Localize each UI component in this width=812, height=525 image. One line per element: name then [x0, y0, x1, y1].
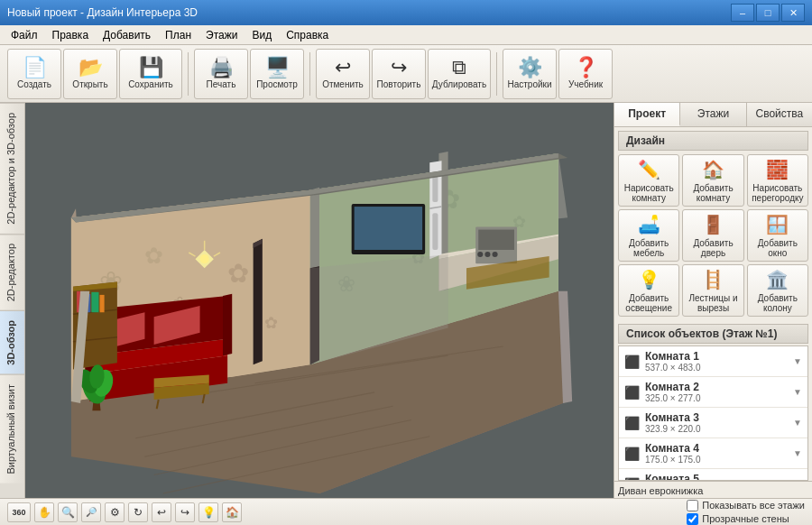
3d-room-view: ❀ ✿ ❀ ✿ ❀ ✿ ❀ ✿ ❀ ✿ ❀ ✿	[25, 103, 614, 498]
room-icon-4: ⬛	[624, 447, 640, 461]
add-door-button[interactable]: 🚪 Добавить дверь	[682, 209, 743, 262]
room-item-3[interactable]: ⬛ Комната 3 323.9 × 220.0 ▼	[619, 408, 807, 438]
tab-project[interactable]: Проект	[614, 103, 680, 126]
show-all-floors-input[interactable]	[687, 500, 698, 511]
add-light-button[interactable]: 💡 Добавить освещение	[618, 264, 679, 317]
room-arrow-2: ▼	[793, 387, 802, 397]
stairs-label: Лестницы и вырезы	[685, 293, 741, 313]
create-button[interactable]: 📄 Создать	[7, 49, 61, 99]
stairs-button[interactable]: 🪜 Лестницы и вырезы	[682, 264, 743, 317]
undo-button[interactable]: ↩ Отменить	[316, 49, 370, 99]
draw-partition-button[interactable]: 🧱 Нарисовать перегородку	[747, 154, 808, 207]
tab-floors[interactable]: Этажи	[680, 103, 746, 126]
show-all-floors-checkbox[interactable]: Показывать все этажи	[687, 500, 805, 511]
room-size-4: 175.0 × 175.0	[645, 455, 788, 465]
tool-undo2[interactable]: ↩	[152, 502, 171, 522]
tab-virtual-walk[interactable]: Виртуальный визит	[0, 374, 24, 484]
objects-section: Список объектов (Этаж №1) ⬛ Комната 1 53…	[614, 324, 812, 498]
duplicate-label: Дублировать	[432, 79, 486, 89]
app-title: Новый проект - Дизайн Интерьера 3D	[7, 6, 198, 19]
room-name-3: Комната 3	[645, 411, 788, 424]
close-button[interactable]: ✕	[781, 4, 805, 22]
maximize-button[interactable]: □	[756, 4, 780, 22]
tab-2d-3d-editor[interactable]: 2D-редактор и 3D-обзор	[0, 103, 24, 234]
duplicate-button[interactable]: ⧉ Дублировать	[428, 49, 491, 99]
add-furniture-button[interactable]: 🛋️ Добавить мебель	[618, 209, 679, 262]
open-button[interactable]: 📂 Открыть	[63, 49, 117, 99]
tool-light[interactable]: 💡	[198, 502, 218, 522]
draw-room-label: Нарисовать комнату	[621, 183, 677, 203]
menu-bar: Файл Правка Добавить План Этажи Вид Спра…	[0, 25, 812, 45]
room-name-2: Комната 2	[645, 381, 788, 393]
undo-icon: ↩	[335, 58, 351, 78]
redo-icon: ↪	[391, 58, 407, 78]
bottom-tools: 360 ✋ 🔍 🔎 ⚙ ↻ ↩ ↪ 💡 🏠	[7, 502, 242, 522]
save-button[interactable]: 💾 Сохранить	[119, 49, 182, 99]
add-window-button[interactable]: 🪟 Добавить окно	[747, 209, 808, 262]
transparent-walls-checkbox[interactable]: Прозрачные стены	[687, 513, 805, 525]
print-button[interactable]: 🖨️ Печать	[194, 49, 248, 99]
svg-text:✿: ✿	[227, 259, 249, 288]
room-item-4[interactable]: ⬛ Комната 4 175.0 × 175.0 ▼	[619, 438, 807, 469]
tab-2d-editor[interactable]: 2D-редактор	[0, 234, 24, 310]
settings-icon: ⚙️	[518, 58, 542, 78]
tab-properties[interactable]: Свойства	[747, 103, 812, 126]
tool-rotate[interactable]: ↻	[128, 502, 148, 522]
menu-view[interactable]: Вид	[245, 27, 279, 43]
tutorial-button[interactable]: ❓ Учебник	[558, 49, 613, 99]
tool-home[interactable]: 🏠	[222, 502, 242, 522]
sep2	[309, 52, 310, 96]
redo-button[interactable]: ↪ Повторить	[372, 49, 426, 99]
svg-rect-72	[432, 176, 438, 202]
add-furniture-icon: 🛋️	[638, 214, 660, 235]
tool-zoom-out[interactable]: 🔎	[81, 502, 101, 522]
right-panel-tabs: Проект Этажи Свойства	[614, 103, 812, 127]
preview-button[interactable]: 🖥️ Просмотр	[250, 49, 304, 99]
room-item-2[interactable]: ⬛ Комната 2 325.0 × 277.0 ▼	[619, 377, 807, 408]
menu-add[interactable]: Добавить	[96, 27, 158, 43]
svg-point-43	[200, 254, 209, 263]
room-info-1: Комната 1 537.0 × 483.0	[645, 350, 788, 373]
draw-room-button[interactable]: ✏️ Нарисовать комнату	[618, 154, 679, 207]
settings-label: Настройки	[507, 79, 551, 89]
draw-partition-icon: 🧱	[766, 159, 789, 180]
svg-point-69	[493, 252, 498, 257]
tool-pan[interactable]: ✋	[34, 502, 54, 522]
room-size-3: 323.9 × 220.0	[645, 424, 788, 434]
menu-plan[interactable]: План	[158, 27, 198, 43]
svg-point-68	[484, 252, 490, 257]
menu-edit[interactable]: Правка	[45, 27, 97, 43]
room-name-4: Комната 4	[645, 442, 788, 455]
transparent-walls-label: Прозрачные стены	[702, 513, 789, 524]
add-column-button[interactable]: 🏛️ Добавить колону	[747, 264, 808, 317]
menu-floors[interactable]: Этажи	[198, 27, 245, 43]
room-icon-3: ⬛	[624, 416, 640, 430]
room-name-5: Комната 5	[645, 473, 788, 481]
tool-settings[interactable]: ⚙	[105, 502, 125, 522]
objects-label: Список объектов (Этаж №1)	[618, 324, 808, 344]
open-label: Открыть	[72, 79, 107, 89]
add-light-icon: 💡	[638, 269, 660, 290]
objects-list[interactable]: ⬛ Комната 1 537.0 × 483.0 ▼ ⬛ Комната 2 …	[618, 345, 808, 481]
tool-zoom-in[interactable]: 🔍	[58, 502, 78, 522]
save-label: Сохранить	[128, 79, 173, 89]
draw-room-icon: ✏️	[638, 159, 660, 180]
sep1	[188, 52, 189, 96]
settings-button[interactable]: ⚙️ Настройки	[503, 49, 557, 99]
menu-help[interactable]: Справка	[279, 27, 336, 43]
minimize-button[interactable]: –	[731, 4, 754, 22]
tab-3d-view[interactable]: 3D-обзор	[0, 310, 24, 374]
left-tabs: 2D-редактор и 3D-обзор 2D-редактор 3D-об…	[0, 103, 25, 498]
add-room-label: Добавить комнату	[685, 183, 741, 203]
canvas-area[interactable]: ❀ ✿ ❀ ✿ ❀ ✿ ❀ ✿ ❀ ✿ ❀ ✿	[25, 103, 614, 498]
design-grid: ✏️ Нарисовать комнату 🏠 Добавить комнату…	[618, 154, 808, 317]
tool-redo2[interactable]: ↪	[175, 502, 195, 522]
room-item-1[interactable]: ⬛ Комната 1 537.0 × 483.0 ▼	[619, 346, 807, 377]
room-item-5[interactable]: ⬛ Комната 5 165.0 × 172.1 ▼	[619, 469, 807, 481]
menu-file[interactable]: Файл	[4, 27, 45, 43]
bottom-checkboxes: Показывать все этажи Прозрачные стены	[687, 500, 805, 525]
transparent-walls-input[interactable]	[687, 513, 698, 525]
redo-label: Повторить	[377, 79, 421, 89]
tool-360[interactable]: 360	[7, 502, 31, 522]
add-room-button[interactable]: 🏠 Добавить комнату	[682, 154, 743, 207]
